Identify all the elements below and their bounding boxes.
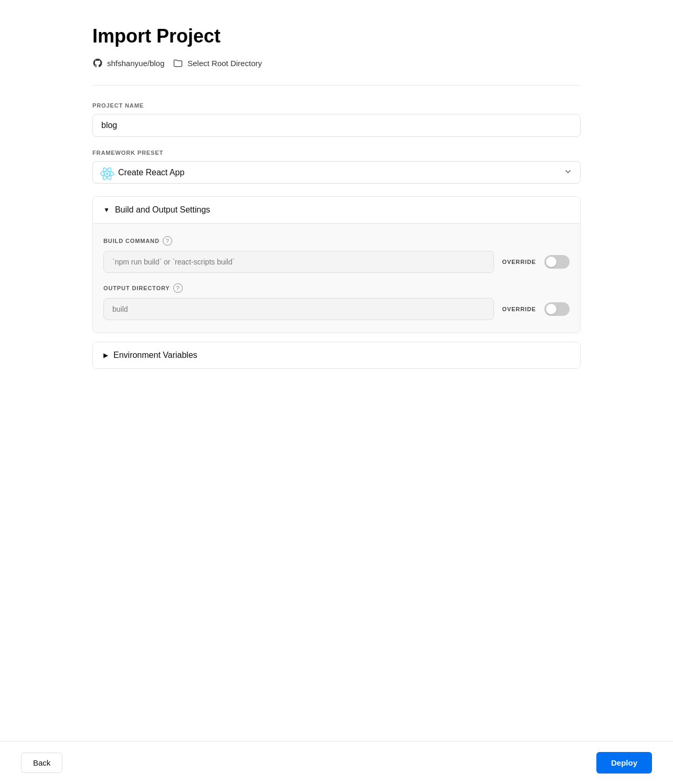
env-vars-title: Environment Variables — [113, 351, 197, 360]
build-command-help-icon[interactable]: ? — [163, 236, 172, 246]
output-directory-label: OUTPUT DIRECTORY — [103, 285, 170, 291]
output-directory-override-toggle[interactable] — [544, 302, 570, 316]
build-command-toggle-slider — [544, 255, 570, 269]
output-directory-override-label: OVERRIDE — [502, 306, 537, 312]
build-command-override-toggle[interactable] — [544, 255, 570, 269]
build-settings-title: Build and Output Settings — [115, 205, 210, 215]
directory-breadcrumb[interactable]: Select Root Directory — [173, 58, 262, 68]
build-command-label: BUILD COMMAND — [103, 238, 160, 244]
github-icon — [92, 58, 103, 68]
build-settings-body: BUILD COMMAND ? OVERRIDE OUTPUT DIRECTOR… — [93, 223, 580, 333]
repo-name: shfshanyue/blog — [107, 59, 164, 68]
build-settings-section: ▼ Build and Output Settings BUILD COMMAN… — [92, 196, 581, 333]
output-directory-input[interactable] — [103, 298, 494, 320]
project-name-input[interactable] — [92, 114, 581, 137]
page-footer: Back Deploy — [0, 741, 673, 784]
framework-preset-field: FRAMEWORK PRESET Create React App — [92, 150, 581, 184]
output-directory-help-icon[interactable]: ? — [173, 283, 183, 293]
build-command-field: BUILD COMMAND ? OVERRIDE — [103, 236, 570, 273]
framework-select-wrapper: Create React App — [92, 161, 581, 184]
collapse-triangle-icon: ▼ — [103, 206, 110, 214]
output-directory-field: OUTPUT DIRECTORY ? OVERRIDE — [103, 283, 570, 320]
header-divider — [92, 85, 581, 86]
build-command-label-row: BUILD COMMAND ? — [103, 236, 570, 246]
repo-breadcrumb: shfshanyue/blog — [92, 58, 164, 68]
project-name-label: PROJECT NAME — [92, 102, 581, 109]
output-directory-label-row: OUTPUT DIRECTORY ? — [103, 283, 570, 293]
build-settings-header[interactable]: ▼ Build and Output Settings — [93, 197, 580, 223]
env-vars-header[interactable]: ▶ Environment Variables — [93, 342, 580, 368]
expand-triangle-icon: ▶ — [103, 352, 108, 359]
directory-label: Select Root Directory — [187, 59, 262, 68]
output-directory-input-row: OVERRIDE — [103, 298, 570, 320]
breadcrumb: shfshanyue/blog Select Root Directory — [92, 58, 581, 68]
back-button[interactable]: Back — [21, 753, 62, 773]
deploy-button[interactable]: Deploy — [596, 752, 652, 774]
project-name-field: PROJECT NAME — [92, 102, 581, 150]
folder-icon — [173, 58, 183, 68]
build-command-input[interactable] — [103, 251, 494, 273]
output-directory-toggle-slider — [544, 302, 570, 316]
framework-select[interactable]: Create React App — [92, 161, 581, 184]
build-command-input-row: OVERRIDE — [103, 251, 570, 273]
framework-label: FRAMEWORK PRESET — [92, 150, 581, 156]
page-title: Import Project — [92, 25, 581, 47]
env-vars-section: ▶ Environment Variables — [92, 342, 581, 369]
build-command-override-label: OVERRIDE — [502, 259, 537, 265]
